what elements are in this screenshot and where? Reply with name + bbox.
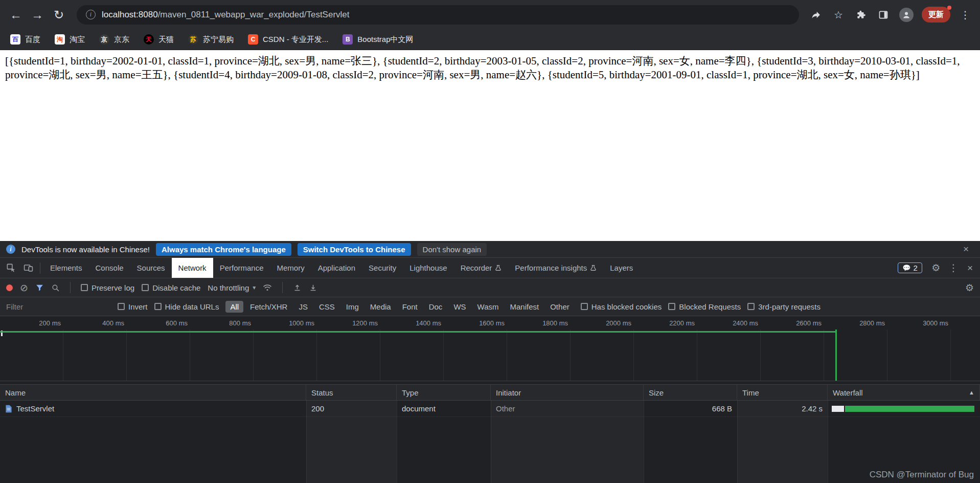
column-header-time[interactable]: Time (737, 385, 828, 400)
request-size-cell: 668 B (644, 401, 737, 416)
column-header-type[interactable]: Type (397, 385, 491, 400)
has-blocked-cookies-checkbox[interactable]: Has blocked cookies (581, 302, 662, 311)
bookmark-star-icon[interactable]: ☆ (829, 5, 848, 25)
tab-network[interactable]: Network (172, 258, 213, 278)
bookmark-baidu[interactable]: 百 百度 (10, 34, 40, 45)
switch-devtools-chinese-button[interactable]: Switch DevTools to Chinese (298, 243, 411, 256)
dont-show-again-button[interactable]: Don't show again (417, 243, 487, 256)
hide-data-urls-checkbox[interactable]: Hide data URLs (154, 302, 219, 311)
match-chrome-language-button[interactable]: Always match Chrome's language (156, 243, 291, 256)
url-path: /maven_0811_webapp_war_exploded/TestServ… (158, 10, 350, 20)
bookmark-label: CSDN - 专业开发... (263, 35, 328, 45)
network-filter-bar: Invert Hide data URLs All Fetch/XHR JS C… (0, 297, 980, 316)
devtools-settings-icon[interactable]: ⚙ (927, 259, 945, 277)
column-header-status[interactable]: Status (306, 385, 397, 400)
column-header-waterfall[interactable]: Waterfall ▲ (828, 385, 980, 400)
tab-sources[interactable]: Sources (130, 258, 172, 278)
tab-lighthouse[interactable]: Lighthouse (403, 258, 453, 278)
invert-checkbox[interactable]: Invert (118, 302, 148, 311)
pill-fetch-xhr[interactable]: Fetch/XHR (245, 301, 292, 313)
bookmark-bootstrap[interactable]: B Bootstrap中文网 (343, 34, 413, 45)
forward-icon[interactable]: → (27, 4, 48, 26)
export-har-icon[interactable] (309, 283, 317, 292)
network-conditions-icon[interactable] (263, 283, 272, 292)
pill-media[interactable]: Media (366, 301, 396, 313)
pill-img[interactable]: Img (341, 301, 363, 313)
network-settings-gear-icon[interactable]: ⚙ (965, 283, 974, 293)
pill-doc[interactable]: Doc (424, 301, 447, 313)
tab-memory[interactable]: Memory (270, 258, 311, 278)
checkbox[interactable] (142, 284, 149, 291)
experiment-flask-icon (590, 265, 597, 271)
bookmark-suning[interactable]: 苏 苏宁易购 (188, 34, 234, 45)
tab-elements[interactable]: Elements (43, 258, 89, 278)
filter-input[interactable] (6, 302, 111, 311)
devtools-menu-icon[interactable]: ⋮ (945, 259, 962, 277)
experiment-flask-icon (495, 265, 502, 271)
checkbox[interactable] (668, 303, 675, 310)
checkbox[interactable] (81, 284, 88, 291)
bookmark-taobao[interactable]: 淘 淘宝 (55, 34, 85, 45)
device-toolbar-icon[interactable] (19, 259, 37, 277)
table-row[interactable]: TestServlet 200 document Other 668 B 2.4… (0, 401, 980, 417)
devtools-close-icon[interactable]: × (962, 262, 978, 274)
column-header-initiator[interactable]: Initiator (491, 385, 644, 400)
pill-all[interactable]: All (225, 301, 243, 313)
pill-manifest[interactable]: Manifest (506, 301, 544, 313)
tab-console[interactable]: Console (89, 258, 130, 278)
checkbox[interactable] (581, 303, 588, 310)
third-party-requests-checkbox[interactable]: 3rd-party requests (747, 302, 821, 311)
browser-menu-icon[interactable]: ⋮ (955, 5, 975, 25)
pill-js[interactable]: JS (294, 301, 312, 313)
import-har-icon[interactable] (293, 283, 302, 292)
bookmark-csdn[interactable]: C CSDN - 专业开发... (248, 34, 328, 45)
address-bar[interactable]: i localhost:8080/maven_0811_webapp_war_e… (77, 5, 799, 25)
filter-funnel-icon[interactable] (35, 283, 44, 292)
preserve-log-checkbox[interactable]: Preserve log (81, 283, 134, 292)
search-icon[interactable] (51, 283, 60, 292)
share-icon[interactable] (806, 5, 826, 25)
update-chrome-button[interactable]: 更新 (922, 7, 950, 23)
tab-recorder[interactable]: Recorder (454, 258, 509, 278)
bookmark-label: Bootstrap中文网 (357, 35, 413, 45)
clear-network-log-icon[interactable]: ⊘ (20, 283, 28, 293)
column-header-name[interactable]: Name (0, 385, 306, 400)
record-network-log-icon[interactable] (6, 284, 13, 291)
checkbox[interactable] (154, 303, 162, 310)
pill-css[interactable]: CSS (314, 301, 339, 313)
devtools-panel: i DevTools is now available in Chinese! … (0, 241, 980, 483)
inspect-element-icon[interactable] (2, 259, 19, 277)
throttling-dropdown[interactable]: No throttling ▾ (208, 283, 256, 292)
extensions-puzzle-icon[interactable] (851, 5, 871, 25)
bookmark-jd[interactable]: 京 京东 (99, 34, 129, 45)
issues-counter[interactable]: 💬 2 (898, 262, 922, 273)
pill-font[interactable]: Font (398, 301, 422, 313)
blocked-requests-checkbox[interactable]: Blocked Requests (668, 302, 741, 311)
disable-cache-checkbox[interactable]: Disable cache (142, 283, 200, 292)
load-event-marker (835, 330, 837, 381)
reload-icon[interactable]: ↻ (48, 4, 70, 26)
checkbox[interactable] (747, 303, 755, 310)
infobar-close-icon[interactable]: × (958, 244, 974, 255)
back-icon[interactable]: ← (5, 4, 27, 26)
column-header-size[interactable]: Size (644, 385, 737, 400)
pill-other[interactable]: Other (545, 301, 574, 313)
tab-security[interactable]: Security (362, 258, 403, 278)
profile-avatar[interactable] (899, 8, 914, 22)
tab-application[interactable]: Application (311, 258, 362, 278)
tab-performance-insights[interactable]: Performance insights (508, 258, 603, 278)
tab-performance[interactable]: Performance (213, 258, 270, 278)
devtools-language-infobar: i DevTools is now available in Chinese! … (0, 241, 980, 258)
pill-wasm[interactable]: Wasm (473, 301, 504, 313)
tab-layers[interactable]: Layers (603, 258, 640, 278)
pill-ws[interactable]: WS (449, 301, 470, 313)
requests-table-header: Name Status Type Initiator Size Time Wat… (0, 384, 980, 401)
site-info-icon[interactable]: i (86, 10, 96, 19)
network-overview-timeline[interactable]: 200 ms 400 ms 600 ms 800 ms 1000 ms 1200… (0, 316, 980, 381)
bookmark-tmall[interactable]: 天 天猫 (144, 34, 174, 45)
request-name-cell[interactable]: TestServlet (0, 401, 306, 416)
document-file-icon (5, 405, 12, 413)
baidu-favicon: 百 (10, 34, 20, 45)
side-panel-icon[interactable] (874, 5, 893, 25)
checkbox[interactable] (118, 303, 125, 310)
